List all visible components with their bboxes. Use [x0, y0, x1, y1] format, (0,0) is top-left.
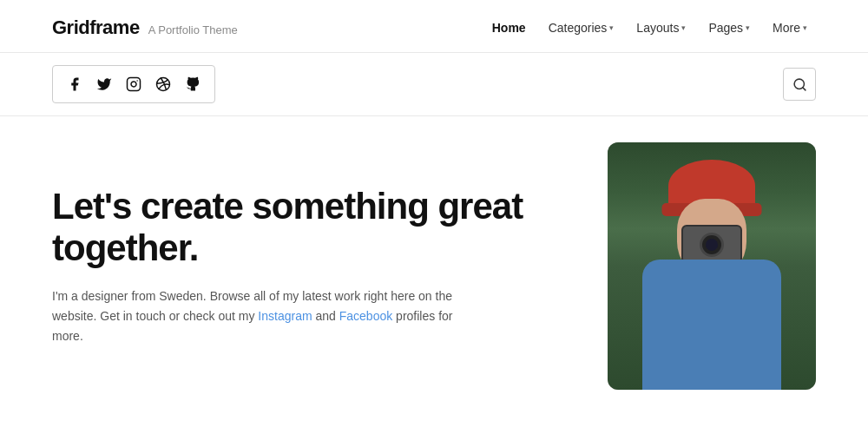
social-icons-group	[52, 65, 215, 103]
chevron-down-icon: ▾	[681, 23, 686, 32]
camera-lens	[700, 233, 724, 257]
nav-home[interactable]: Home	[483, 16, 535, 40]
instagram-icon[interactable]	[121, 71, 147, 97]
facebook-link[interactable]: Facebook	[339, 309, 392, 323]
chevron-down-icon: ▾	[609, 23, 614, 32]
hero-image	[608, 142, 816, 390]
social-bar	[0, 53, 868, 116]
hero-section: Let's create something great together. I…	[0, 116, 868, 416]
instagram-link[interactable]: Instagram	[258, 309, 312, 323]
github-icon[interactable]	[180, 71, 206, 97]
nav-layouts[interactable]: Layouts ▾	[628, 16, 694, 40]
nav-categories[interactable]: Categories ▾	[540, 16, 623, 40]
nav-pages[interactable]: Pages ▾	[700, 16, 759, 40]
chevron-down-icon: ▾	[803, 23, 807, 32]
hero-title: Let's create something great together.	[52, 186, 538, 270]
dribbble-icon[interactable]	[150, 71, 176, 97]
hero-description: I'm a designer from Sweden. Browse all o…	[52, 286, 477, 346]
camera-shape	[681, 225, 742, 264]
nav-more[interactable]: More ▾	[764, 16, 816, 40]
jacket-shape	[642, 260, 781, 390]
twitter-icon[interactable]	[91, 71, 117, 97]
search-button[interactable]	[783, 68, 816, 101]
header: Gridframe A Portfolio Theme Home Categor…	[0, 0, 868, 53]
logo-tagline: A Portfolio Theme	[148, 23, 238, 36]
logo-area: Gridframe A Portfolio Theme	[52, 16, 238, 39]
svg-line-4	[802, 87, 805, 89]
hero-content: Let's create something great together. I…	[52, 186, 538, 347]
facebook-icon[interactable]	[62, 71, 88, 97]
logo-title[interactable]: Gridframe	[52, 16, 140, 39]
main-nav: Home Categories ▾ Layouts ▾ Pages ▾ More…	[483, 16, 816, 40]
search-icon	[792, 77, 807, 92]
chevron-down-icon: ▾	[746, 23, 750, 32]
camera-lens-inner	[706, 239, 718, 251]
svg-rect-0	[128, 78, 141, 91]
